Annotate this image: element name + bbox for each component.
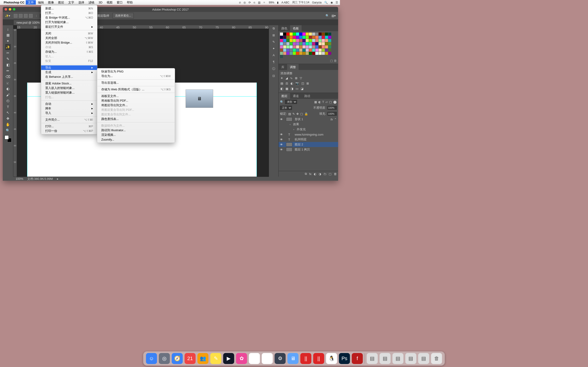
swatch[interactable] [280, 36, 283, 39]
fill-input[interactable] [328, 112, 337, 116]
menu-item[interactable]: 画板至文件... [97, 94, 175, 98]
levels-icon[interactable]: ◢ [285, 76, 288, 80]
menu-item[interactable]: 导出 [41, 65, 97, 70]
vibrance-icon[interactable]: ▽ [300, 76, 302, 80]
swatch[interactable] [283, 42, 286, 45]
battery-percent[interactable]: 99% [269, 1, 274, 4]
swatch[interactable] [290, 52, 293, 55]
visibility-icon[interactable]: 👁 [280, 133, 283, 136]
subtract-selection-icon[interactable] [24, 14, 27, 18]
swatch[interactable] [319, 42, 321, 45]
filter-toggle[interactable]: ⬤ [333, 100, 337, 104]
color-balance-icon[interactable]: ⚖ [285, 82, 288, 85]
user-name[interactable]: Garycia [312, 1, 321, 4]
swatch[interactable] [315, 52, 318, 55]
curves-icon[interactable]: ∿ [290, 76, 293, 80]
visibility-icon[interactable]: 👁 [280, 118, 283, 121]
visibility-icon[interactable]: 👁 [280, 138, 283, 141]
swatch[interactable] [283, 33, 286, 35]
menu-视图[interactable]: 视图 [104, 0, 115, 5]
menu-item[interactable]: Zoomify... [97, 137, 175, 142]
swatch[interactable] [283, 49, 286, 52]
tool-6[interactable]: ◧ [5, 62, 11, 68]
swatch[interactable] [290, 36, 293, 39]
filter-type-icon[interactable]: T [322, 100, 324, 104]
swatch[interactable] [306, 36, 309, 39]
clock[interactable]: 周三 下午1:14 [292, 0, 309, 4]
tool-13[interactable]: T [5, 104, 11, 110]
menu-item[interactable]: 导出首选项... [97, 81, 175, 85]
swatch[interactable] [296, 45, 299, 48]
swatch[interactable] [293, 52, 296, 55]
tool-5[interactable]: ✎ [5, 56, 11, 62]
link-layers-icon[interactable]: ⧉ [305, 172, 307, 176]
close-button[interactable] [5, 8, 7, 10]
swatch[interactable] [286, 45, 289, 48]
layer-fx-icon[interactable]: fx [309, 172, 311, 176]
search-icon[interactable]: 🔍 [326, 14, 329, 17]
swatch[interactable] [293, 49, 296, 52]
tool-11[interactable]: 🖌 [5, 92, 11, 98]
swatch[interactable] [299, 33, 302, 35]
adjustments-panel-tab[interactable]: 调整 [287, 64, 299, 70]
swatch[interactable] [293, 42, 296, 45]
layer-row[interactable]: 👁图层 1 拷贝 [279, 147, 338, 152]
swatch[interactable] [325, 42, 328, 45]
threshold-icon[interactable]: ◨ [291, 87, 293, 90]
menu-item[interactable]: 置入嵌入的智能对象... [41, 86, 97, 90]
filter-icon[interactable]: 🔍 [280, 100, 284, 104]
swatches-panel-tab[interactable]: 色板 [290, 25, 302, 31]
navigator-panel-icon[interactable]: ⊡ [272, 74, 275, 77]
swatch[interactable] [280, 33, 283, 35]
swatch[interactable] [296, 52, 299, 55]
swatch[interactable] [306, 39, 309, 42]
filter-adjust-icon[interactable]: ◐ [318, 100, 321, 104]
swatch[interactable] [303, 36, 305, 39]
photo-filter-icon[interactable]: 📷 [295, 82, 299, 85]
swatch[interactable] [296, 39, 299, 42]
swatch[interactable] [299, 42, 302, 45]
tool-8[interactable]: ⌫ [5, 74, 11, 80]
status-arrow-icon[interactable]: ▸ [57, 177, 59, 181]
swatch[interactable] [319, 36, 321, 39]
swatch[interactable] [325, 33, 328, 35]
swatch[interactable] [312, 42, 315, 45]
swatch[interactable] [325, 49, 328, 52]
menu-item[interactable]: 路径到 Illustrator... [97, 128, 175, 133]
menuextra-icon[interactable]: ◎ [243, 1, 246, 4]
swatch[interactable] [322, 45, 325, 48]
new-selection-icon[interactable] [14, 14, 17, 18]
menu-item[interactable]: 关闭全部⌥⌘W [41, 36, 97, 40]
swatch[interactable] [328, 33, 331, 35]
menu-item[interactable]: 自动 [41, 102, 97, 106]
swatch[interactable] [328, 49, 331, 52]
tool-16[interactable]: ✋ [5, 122, 11, 127]
menu-帮助[interactable]: 帮助 [125, 0, 135, 5]
gradient-map-icon[interactable]: ▭ [296, 87, 298, 90]
menu-item[interactable]: 打开为智能对象... [41, 20, 97, 25]
menu-item[interactable]: 打印...⌘P [41, 124, 97, 129]
lock-position-icon[interactable]: ✥ [296, 112, 299, 116]
ruler-vertical[interactable]: 1520253035404550556065707580 [13, 29, 17, 177]
menuextra-icon[interactable]: ⟳ [249, 1, 251, 4]
swatch[interactable] [296, 36, 299, 39]
brush-panel-icon[interactable]: ✎ [272, 40, 275, 44]
layer-row[interactable]: ◦外发光 [279, 127, 338, 132]
swatch[interactable] [303, 33, 305, 35]
brightness-icon[interactable]: ☀ [280, 76, 283, 80]
history-panel-icon[interactable]: ⧉ [273, 27, 275, 30]
tool-17[interactable]: 🔍 [5, 127, 11, 133]
menu-文件[interactable]: 文件 [26, 0, 36, 5]
swatch[interactable] [290, 49, 293, 52]
swatch[interactable] [283, 52, 286, 55]
menu-文字[interactable]: 文字 [66, 0, 76, 5]
swatch[interactable] [290, 39, 293, 42]
menu-item[interactable]: 置入链接的智能对象... [41, 90, 97, 95]
tool-preset-icon[interactable]: ✨▾ [5, 14, 10, 17]
menu-item[interactable]: 文件简介...⌥⇧⌘I [41, 117, 97, 122]
swatch[interactable] [315, 36, 318, 39]
swatch[interactable] [286, 33, 289, 35]
color-panel-tab[interactable]: 颜色 [279, 25, 290, 31]
swatch[interactable] [293, 45, 296, 48]
swatch[interactable] [319, 39, 321, 42]
